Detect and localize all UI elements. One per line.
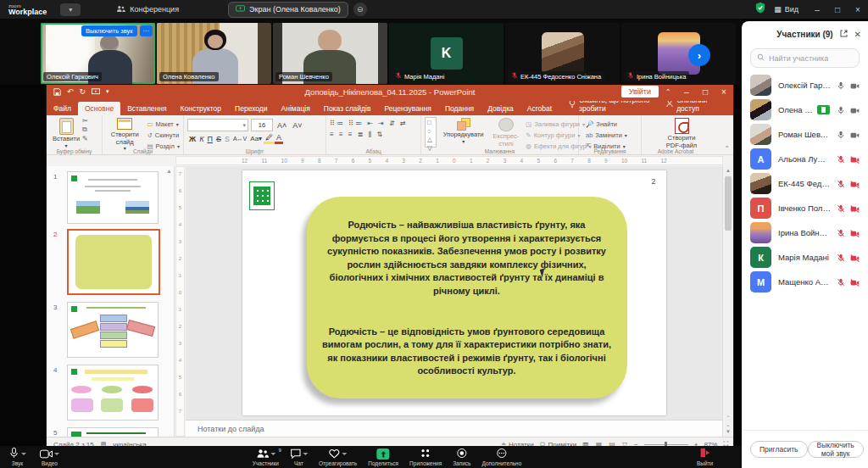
ppt-tab-Acrobat[interactable]: Acrobat [520, 102, 559, 115]
strip-next-page-button[interactable]: › [688, 44, 710, 66]
ppt-tab-Анімація[interactable]: Анімація [275, 102, 317, 115]
undo-icon[interactable]: ↶ [67, 87, 74, 96]
window-restore-button[interactable]: □ [827, 5, 848, 14]
participant-mic-icon[interactable] [837, 176, 845, 192]
reactions-icon[interactable]: ⊖ [353, 3, 367, 16]
security-shield-icon[interactable] [755, 2, 765, 17]
font-color-icon[interactable]: А [275, 133, 283, 144]
reset-button[interactable]: ↺Скинути [147, 131, 180, 141]
change-case-icon[interactable]: Aa▾ [248, 135, 264, 142]
cut-icon[interactable]: ✂ [82, 117, 88, 125]
participant-camera-icon[interactable] [850, 78, 860, 93]
toolbar-leave-button[interactable]: Выйти [697, 448, 713, 466]
replace-button[interactable]: abЗамінити▾ [586, 131, 637, 141]
participant-row[interactable]: Олексій Гаркович (Я) [742, 73, 868, 98]
view-button[interactable]: ▦ Вид [774, 5, 798, 14]
slide-thumb-4[interactable] [67, 365, 159, 421]
toolbar-record-button[interactable]: Запись [453, 448, 470, 466]
notes-pane[interactable]: Нотатки до слайда [186, 420, 722, 437]
redo-icon[interactable]: ↻ [80, 87, 86, 96]
toolbar-participants-button[interactable]: 9Участники [253, 448, 279, 466]
shapes-gallery[interactable]: □ ○ △ ▽⇦ ⇩ ◇ ☆{ } ◠ ↯ [425, 117, 437, 148]
video-tile[interactable]: Ірина Войницька [621, 23, 736, 84]
tile-mute-button[interactable]: Выключить звук [81, 25, 136, 36]
chevron-up-icon[interactable] [54, 453, 59, 455]
toolbar-react-button[interactable]: Отреагировать [319, 448, 357, 466]
vertical-scrollbar[interactable]: ▲ ⌃⌄▼ [722, 166, 733, 437]
video-tile[interactable]: Выключить звук···Олексій Гаркович [41, 23, 155, 84]
ppt-tab-Вставлення[interactable]: Вставлення [120, 102, 173, 115]
participant-mic-icon[interactable] [837, 152, 845, 167]
text-shadow-icon[interactable]: S [223, 135, 231, 143]
copy-icon[interactable]: ⧉ [82, 125, 88, 134]
window-minimize-button[interactable]: – [807, 5, 827, 14]
layout-button[interactable]: ▭Макет▾ [147, 120, 180, 130]
bold-button[interactable]: Ж [187, 135, 198, 143]
arrange-button[interactable]: Упорядкувати▾ [441, 117, 487, 152]
start-slideshow-icon[interactable] [92, 88, 100, 96]
toolbar-video-button[interactable]: Видео [40, 448, 59, 466]
slide-thumb-2-selected[interactable] [67, 229, 160, 295]
tab-shared-screen[interactable]: Экран (Олена Коваленко) [228, 2, 348, 18]
italic-button[interactable]: К [198, 135, 205, 143]
participant-row[interactable]: Ірина Войницька [742, 220, 868, 245]
ppt-tab-Подання[interactable]: Подання [438, 102, 481, 115]
paragraph-row1-icons[interactable]: ⠿≔ ⠿≕ ⇤ ⇥ ⇵ ⇄ [330, 120, 417, 127]
slide-thumb-3[interactable] [67, 302, 159, 358]
tile-more-button[interactable]: ··· [140, 25, 153, 36]
invite-button[interactable]: Пригласить [750, 441, 808, 458]
ppt-tab-Довідка[interactable]: Довідка [481, 102, 520, 115]
ppt-restore-button[interactable]: □ [696, 87, 715, 97]
font-name-combobox[interactable]: ▾ [187, 119, 248, 131]
workspace-menu-button[interactable]: ▾ [60, 3, 81, 16]
slide-canvas[interactable]: 2 Родючість – найважливіша властивість ґ… [242, 170, 666, 415]
qat-customize-icon[interactable]: ▾ [106, 88, 109, 95]
char-spacing-icon[interactable]: A↔V [231, 136, 248, 142]
popout-panel-icon[interactable] [839, 26, 849, 42]
slide-thumb-5[interactable] [67, 427, 159, 437]
ppt-minimize-button[interactable]: – [677, 87, 696, 97]
participant-mic-icon[interactable] [837, 78, 845, 93]
participant-mic-icon[interactable] [837, 275, 845, 290]
participant-camera-icon[interactable] [850, 127, 860, 142]
participant-camera-icon[interactable] [850, 176, 860, 192]
scroll-nav-cluster[interactable]: ⌃⌄▼ [723, 415, 733, 435]
video-tile[interactable]: KМарія Мадані [389, 23, 504, 84]
ppt-close-button[interactable]: × [715, 87, 733, 97]
chevron-up-icon[interactable] [303, 453, 308, 455]
participant-mic-icon[interactable] [837, 127, 845, 142]
new-slide-button[interactable]: Створити слайд▾ [106, 117, 143, 153]
toolbar-share-button[interactable]: Поделиться [368, 448, 398, 466]
scrollbar-thumb[interactable] [725, 176, 732, 231]
video-tile[interactable]: Роман Шевченко [273, 23, 387, 84]
ribbon-display-options-button[interactable]: ⌃ [659, 88, 677, 96]
toolbar-chat-button[interactable]: Чат [290, 448, 308, 466]
mute-my-audio-button[interactable]: Выключить мой звук [808, 441, 864, 458]
participant-mic-icon[interactable] [837, 250, 845, 265]
format-painter-icon[interactable]: ✎ [82, 135, 88, 142]
toolbar-apps-button[interactable]: Приложения [409, 448, 442, 466]
paragraph-row2-icons[interactable]: ≡ ≡ ≡ ≣ ⫼ ⇅ [330, 131, 417, 139]
participant-camera-icon[interactable] [850, 103, 860, 118]
ppt-tab-Основне[interactable]: Основне [78, 102, 120, 115]
create-pdf-button[interactable]: Створити PDF-файл [657, 117, 706, 150]
participant-search-input[interactable]: Найти участника [750, 48, 860, 68]
underline-button[interactable]: П [205, 135, 214, 143]
participant-camera-icon[interactable] [850, 201, 860, 216]
participant-mic-icon[interactable] [837, 201, 845, 216]
save-icon[interactable] [53, 88, 61, 96]
collapse-ribbon-icon[interactable]: ⌃ [724, 145, 730, 153]
participant-row[interactable]: ЕК-445 Федосенко Сніжана [742, 171, 868, 196]
participant-camera-icon[interactable] [850, 250, 860, 265]
ppt-tab-Показ слайдів[interactable]: Показ слайдів [317, 102, 378, 115]
tab-meeting[interactable]: Конференция [116, 5, 179, 14]
ppt-tab-Конструктор[interactable]: Конструктор [174, 102, 228, 115]
toolbar-audio-button[interactable]: Звук [8, 448, 26, 466]
thumbs-scroll-up-icon[interactable]: ▲ [166, 168, 172, 174]
slide-text-box[interactable]: Родючість – найважливіша властивість ґру… [307, 197, 627, 398]
participant-camera-icon[interactable] [850, 152, 860, 167]
participant-row[interactable]: Роман Шевченко [742, 122, 868, 147]
scroll-up-arrow[interactable]: ▲ [723, 168, 733, 173]
shrink-font-icon[interactable]: А˅ [291, 121, 303, 130]
participant-camera-icon[interactable] [850, 275, 860, 290]
